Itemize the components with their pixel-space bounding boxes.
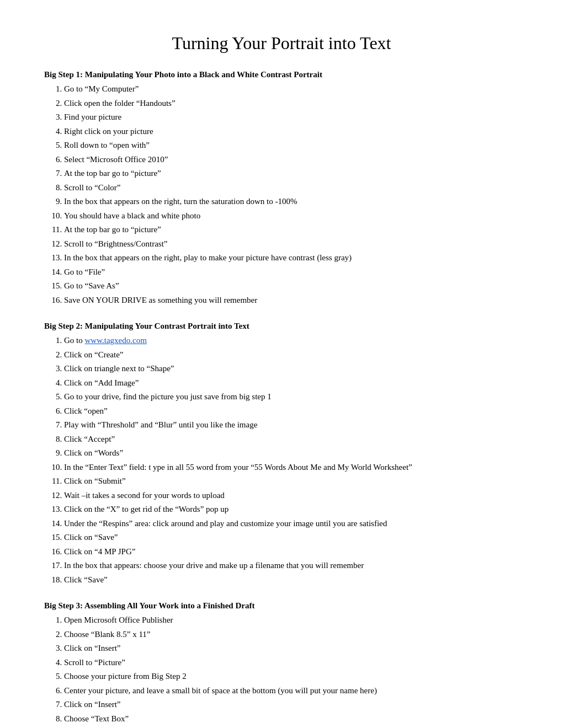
section-title-step3: Big Step 3: Assembling All Your Work int… bbox=[44, 601, 519, 611]
list-item: In the “Enter Text” field: t ype in all … bbox=[64, 461, 519, 474]
list-step3: Open Microsoft Office PublisherChoose “B… bbox=[64, 614, 519, 728]
list-item: Choose your picture from Big Step 2 bbox=[64, 670, 519, 683]
list-item: Click open the folder “Handouts” bbox=[64, 97, 519, 110]
list-item: At the top bar go to “picture” bbox=[64, 167, 519, 180]
list-item: Choose “Blank 8.5” x 11” bbox=[64, 628, 519, 641]
section-title-step2: Big Step 2: Manipulating Your Contrast P… bbox=[44, 322, 519, 331]
list-item: Go to “Save As” bbox=[64, 280, 519, 292]
section-title-step1: Big Step 1: Manipulating Your Photo into… bbox=[44, 70, 519, 79]
list-item: Click “Save” bbox=[64, 574, 519, 586]
list-item: Click on “Add Image” bbox=[64, 377, 519, 389]
list-item: Click on “Insert” bbox=[64, 698, 519, 711]
list-item: Find your picture bbox=[64, 111, 519, 124]
list-item: Center your picture, and leave a small b… bbox=[64, 684, 519, 697]
list-item: Go to your drive, find the picture you j… bbox=[64, 390, 519, 403]
list-item: In the box that appears on the right, pl… bbox=[64, 251, 519, 264]
list-item: Open Microsoft Office Publisher bbox=[64, 614, 519, 627]
list-item: In the box that appears on the right, tu… bbox=[64, 195, 519, 208]
list-item: Wait –it takes a second for your words t… bbox=[64, 489, 519, 502]
list-item: Go to www.tagxedo.com bbox=[64, 334, 519, 347]
list-item: Go to “File” bbox=[64, 266, 519, 279]
list-item: Choose “Text Box” bbox=[64, 713, 519, 725]
section-step2: Big Step 2: Manipulating Your Contrast P… bbox=[44, 322, 519, 586]
list-item: Click “Accept” bbox=[64, 433, 519, 446]
page-title: Turning Your Portrait into Text bbox=[44, 33, 519, 53]
list-item: In the box that appears: choose your dri… bbox=[64, 559, 519, 572]
list-item: Scroll to “Color” bbox=[64, 181, 519, 194]
list-item: Play with “Threshold” and “Blur” until y… bbox=[64, 419, 519, 431]
list-step2: Go to www.tagxedo.comClick on “Create”Cl… bbox=[64, 334, 519, 586]
list-item: Click on “Submit” bbox=[64, 475, 519, 488]
list-item: Click “open” bbox=[64, 405, 519, 417]
list-step1: Go to “My Computer”Click open the folder… bbox=[64, 83, 519, 306]
list-item: Go to “My Computer” bbox=[64, 83, 519, 95]
list-item: Click on “Save” bbox=[64, 531, 519, 544]
list-item: Click on “Words” bbox=[64, 447, 519, 459]
section-step1: Big Step 1: Manipulating Your Photo into… bbox=[44, 70, 519, 306]
list-item: Click on “4 MP JPG” bbox=[64, 545, 519, 558]
tagxedo-link[interactable]: www.tagxedo.com bbox=[85, 336, 147, 345]
list-item: Click on “Create” bbox=[64, 349, 519, 361]
list-item: Select “Microsoft Office 2010” bbox=[64, 153, 519, 166]
list-item: Roll down to “open with” bbox=[64, 139, 519, 152]
list-item: Click on “Insert” bbox=[64, 642, 519, 655]
list-item: Under the “Respins” area: click around a… bbox=[64, 517, 519, 530]
list-item: Scroll to “Brightness/Contrast” bbox=[64, 238, 519, 250]
list-item: Click on the “X” to get rid of the “Word… bbox=[64, 503, 519, 516]
list-item: Right click on your picture bbox=[64, 125, 519, 138]
section-step3: Big Step 3: Assembling All Your Work int… bbox=[44, 601, 519, 728]
list-item: Scroll to “Picture” bbox=[64, 656, 519, 669]
list-item: You should have a black and white photo bbox=[64, 210, 519, 222]
list-item: Save ON YOUR DRIVE as something you will… bbox=[64, 294, 519, 307]
list-item: Click on triangle next to “Shape” bbox=[64, 362, 519, 375]
list-item: At the top bar go to “picture” bbox=[64, 223, 519, 236]
